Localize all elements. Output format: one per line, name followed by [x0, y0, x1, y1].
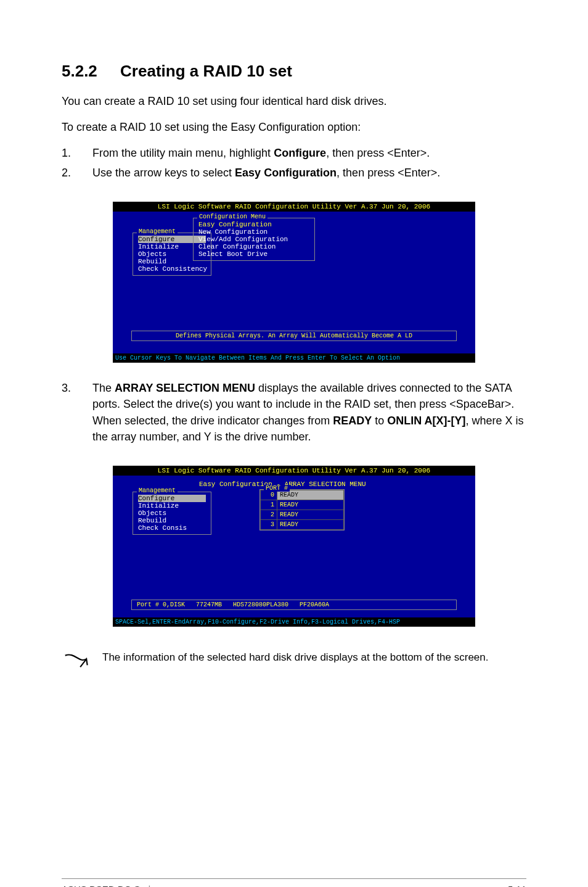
note-text: The information of the selected hard dis…: [102, 650, 526, 665]
menu-item-initialize[interactable]: Initialize: [138, 502, 206, 510]
steps-block-1: 1. From the utility main menu, highlight…: [62, 145, 526, 184]
section-number: 5.2.2: [62, 62, 97, 80]
page-footer: ASUS DSEB-DG Series 5-11: [62, 878, 526, 887]
step-number: 2.: [62, 165, 92, 181]
management-menu: Management Configure Initialize Objects …: [133, 492, 211, 535]
footer-left: ASUS DSEB-DG Series: [62, 884, 160, 887]
menu-item-configure[interactable]: Configure: [138, 495, 206, 502]
menu-item-easy-config[interactable]: Easy Configuration: [198, 221, 309, 228]
section-heading: 5.2.2 Creating a RAID 10 set: [62, 62, 526, 81]
step-number: 1.: [62, 145, 92, 161]
menu-item-check-consistency[interactable]: Check Consistency: [138, 265, 206, 273]
bios-title: LSI Logic Software RAID Configuration Ut…: [113, 466, 475, 476]
step-2: 2. Use the arrow keys to select Easy Con…: [62, 165, 526, 181]
bios-body: Management Configure Initialize Objects …: [113, 212, 475, 353]
intro-p1: You can create a RAID 10 set using four …: [62, 93, 526, 109]
bios-screenshot-1: LSI Logic Software RAID Configuration Ut…: [62, 202, 526, 363]
configuration-menu: Configuration Menu Easy Configuration Ne…: [193, 218, 315, 261]
bios-hint: Defines Physical Arrays. An Array Will A…: [131, 331, 457, 341]
bios-footer: Use Cursor Keys To Navigate Between Item…: [113, 353, 475, 363]
menu-item-clear-config[interactable]: Clear Configuration: [198, 243, 309, 250]
drive-info-status: Port # 0,DISK 77247MB HDS728080PLA380 PF…: [131, 600, 457, 610]
footer-right: 5-11: [508, 884, 526, 887]
menu-item-rebuild[interactable]: Rebuild: [138, 517, 206, 524]
menu-item-select-boot[interactable]: Select Boot Drive: [198, 250, 309, 258]
menu-item-view-add-config[interactable]: View/Add Configuration: [198, 236, 309, 243]
note-block: The information of the selected hard dis…: [62, 650, 526, 681]
drive-row[interactable]: 3READY: [261, 519, 344, 529]
menu-item-check-consis[interactable]: Check Consis: [138, 524, 206, 532]
bios-body: Management Configure Initialize Objects …: [113, 476, 475, 617]
array-selection-list: PORT # 0READY 1READY 2READY 3READY: [259, 489, 345, 530]
section-title: Creating a RAID 10 set: [120, 62, 292, 80]
panel-title: Management: [137, 487, 178, 494]
bios-screenshot-2: LSI Logic Software RAID Configuration Ut…: [62, 466, 526, 627]
note-icon: [62, 650, 90, 681]
steps-block-2: 3. The ARRAY SELECTION MENU displays the…: [62, 380, 526, 448]
step-body: The ARRAY SELECTION MENU displays the av…: [92, 380, 526, 444]
bios-footer: SPACE-Sel,ENTER-EndArray,F10-Configure,F…: [113, 617, 475, 627]
menu-item-objects[interactable]: Objects: [138, 510, 206, 517]
panel-title: Management: [137, 228, 178, 235]
panel-title: Configuration Menu: [197, 213, 267, 220]
bios-window: LSI Logic Software RAID Configuration Ut…: [113, 202, 475, 363]
bios-window: LSI Logic Software RAID Configuration Ut…: [113, 466, 475, 627]
step-3: 3. The ARRAY SELECTION MENU displays the…: [62, 380, 526, 444]
drive-row[interactable]: 2READY: [261, 510, 344, 519]
port-header: PORT #: [264, 485, 290, 492]
step-number: 3.: [62, 380, 92, 444]
step-body: From the utility main menu, highlight Co…: [92, 145, 526, 161]
step-body: Use the arrow keys to select Easy Config…: [92, 165, 526, 181]
menu-item-new-config[interactable]: New Configuration: [198, 228, 309, 236]
bios-title: LSI Logic Software RAID Configuration Ut…: [113, 202, 475, 212]
drive-row[interactable]: 1READY: [261, 500, 344, 510]
step-1: 1. From the utility main menu, highlight…: [62, 145, 526, 161]
intro-p2: To create a RAID 10 set using the Easy C…: [62, 119, 526, 135]
page: 5.2.2 Creating a RAID 10 set You can cre…: [0, 0, 588, 887]
